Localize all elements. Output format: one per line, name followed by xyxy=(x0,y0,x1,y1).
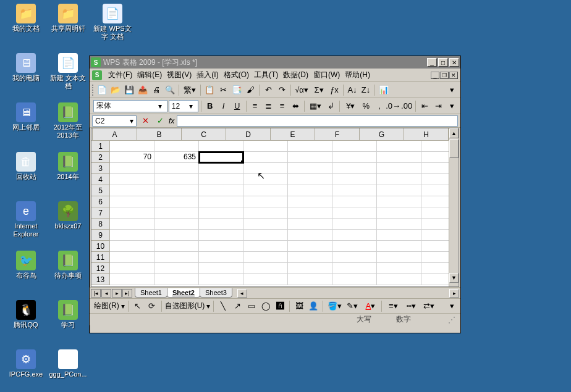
sort-asc-icon[interactable]: A↓ xyxy=(346,84,358,96)
row-header[interactable]: 12 xyxy=(91,263,110,274)
cell[interactable] xyxy=(199,141,243,152)
cell[interactable] xyxy=(332,174,377,185)
formula-input[interactable] xyxy=(177,115,458,127)
export-icon[interactable]: 📤 xyxy=(137,84,149,96)
cell[interactable] xyxy=(243,274,288,285)
cell[interactable] xyxy=(377,252,421,263)
cell[interactable] xyxy=(377,174,421,185)
comma-icon[interactable]: , xyxy=(373,100,386,112)
cell[interactable] xyxy=(332,196,377,207)
column-header[interactable]: A xyxy=(93,128,137,141)
cell[interactable] xyxy=(421,196,449,207)
copy-icon[interactable]: 📑 xyxy=(231,84,243,96)
cell-reference-box[interactable]: C2 ▾ xyxy=(92,115,137,127)
menu-item[interactable]: 数据(D) xyxy=(281,69,311,80)
increase-decimal-icon[interactable]: .0→ xyxy=(387,100,399,112)
cut-icon[interactable]: ✂ xyxy=(217,84,229,96)
cell[interactable] xyxy=(243,185,288,196)
desktop-icon[interactable]: 🗑回收站 xyxy=(6,152,46,181)
row-header[interactable]: 5 xyxy=(91,185,110,196)
close-button[interactable]: ✕ xyxy=(449,58,459,67)
indent-right-icon[interactable]: ⇥ xyxy=(432,100,444,112)
cell[interactable] xyxy=(154,263,199,274)
desktop-icon[interactable]: ⚙IPCFG.exe xyxy=(6,349,46,378)
toolbar-overflow-icon[interactable]: ▾ xyxy=(446,84,458,96)
cell[interactable] xyxy=(332,185,377,196)
sheet-tab[interactable]: Sheet2 xyxy=(167,288,200,298)
rectangle-icon[interactable]: ▭ xyxy=(245,300,258,312)
cell[interactable] xyxy=(288,141,332,152)
cell[interactable] xyxy=(243,207,288,219)
cell[interactable] xyxy=(243,230,288,241)
open-icon[interactable]: 📂 xyxy=(109,84,122,96)
textbox-icon[interactable]: 🅰 xyxy=(274,300,286,312)
cell[interactable] xyxy=(154,196,199,207)
cell[interactable] xyxy=(110,207,154,219)
menu-item[interactable]: 格式(O) xyxy=(221,69,252,80)
row-header[interactable]: 10 xyxy=(91,241,110,252)
autosum-icon[interactable]: Σ▾ xyxy=(311,84,327,96)
titlebar[interactable]: S WPS 表格 2009 - [学习.xls *] _ □ ✕ xyxy=(90,56,460,69)
cell[interactable] xyxy=(421,219,449,230)
cell[interactable] xyxy=(421,174,449,185)
cell[interactable] xyxy=(199,241,243,252)
currency-icon[interactable]: ¥▾ xyxy=(342,100,358,112)
confirm-icon[interactable]: ✓ xyxy=(154,115,166,127)
cancel-icon[interactable]: ✕ xyxy=(139,115,151,127)
row-header[interactable]: 8 xyxy=(91,219,110,230)
rotate-icon[interactable]: ⟳ xyxy=(146,300,158,312)
column-header[interactable]: C xyxy=(182,128,226,141)
cell[interactable] xyxy=(110,230,154,241)
undo-icon[interactable]: ↶ xyxy=(262,84,274,96)
cell[interactable] xyxy=(199,152,243,163)
resize-grip-icon[interactable]: ⋰ xyxy=(448,315,455,324)
merge-cells-icon[interactable]: ▦▾ xyxy=(307,100,323,112)
font-color-icon[interactable]: A▾ xyxy=(362,300,378,312)
cell[interactable] xyxy=(110,241,154,252)
cell[interactable] xyxy=(243,163,288,174)
cell[interactable] xyxy=(288,185,332,196)
desktop-icon[interactable]: 📗学习 xyxy=(48,300,88,329)
last-sheet-icon[interactable]: ▸| xyxy=(122,289,132,298)
cell[interactable] xyxy=(110,174,154,185)
cell[interactable] xyxy=(154,252,199,263)
cell[interactable] xyxy=(243,174,288,185)
line-style-icon[interactable]: ≡▾ xyxy=(385,300,401,312)
row-header[interactable]: 13 xyxy=(91,274,110,285)
cell[interactable] xyxy=(377,241,421,252)
cell[interactable] xyxy=(288,174,332,185)
dash-style-icon[interactable]: ┅▾ xyxy=(403,300,419,312)
prev-sheet-icon[interactable]: ◂ xyxy=(101,289,111,298)
cell[interactable] xyxy=(243,263,288,274)
cell[interactable] xyxy=(110,274,154,285)
cell[interactable] xyxy=(288,152,332,163)
cell[interactable]: 70 xyxy=(110,152,154,163)
cell[interactable] xyxy=(332,252,377,263)
picture-icon[interactable]: 🖼 xyxy=(293,300,305,312)
cell[interactable] xyxy=(377,141,421,152)
desktop-icon[interactable]: 🖥网上邻居 xyxy=(6,102,46,131)
row-header[interactable]: 3 xyxy=(91,163,110,174)
first-sheet-icon[interactable]: |◂ xyxy=(91,289,101,298)
cell[interactable] xyxy=(199,185,243,196)
redo-icon[interactable]: ↷ xyxy=(276,84,288,96)
desktop-icon[interactable]: 📗2014年 xyxy=(48,152,88,181)
desktop-icon[interactable]: 🖥我的电脑 xyxy=(6,53,46,82)
font-size-combo[interactable]: 12 ▾ xyxy=(169,100,198,112)
function-icon[interactable]: ƒx xyxy=(328,84,340,96)
scroll-thumb[interactable] xyxy=(449,140,459,158)
desktop-icon[interactable]: eInternet Explorer xyxy=(6,201,46,238)
cell[interactable] xyxy=(332,163,377,174)
cell[interactable] xyxy=(288,219,332,230)
equation-icon[interactable]: √α▾ xyxy=(294,84,310,96)
menu-item[interactable]: 帮助(H) xyxy=(342,69,373,80)
column-header[interactable]: B xyxy=(137,128,182,141)
cell[interactable] xyxy=(154,219,199,230)
cell[interactable] xyxy=(421,252,449,263)
scroll-up-icon[interactable]: ▲ xyxy=(449,128,459,138)
draw-menu[interactable]: 绘图(R) xyxy=(94,301,119,311)
cell[interactable] xyxy=(377,219,421,230)
cell[interactable] xyxy=(421,141,449,152)
cell[interactable] xyxy=(243,141,288,152)
doc-icon[interactable]: S xyxy=(92,70,102,80)
